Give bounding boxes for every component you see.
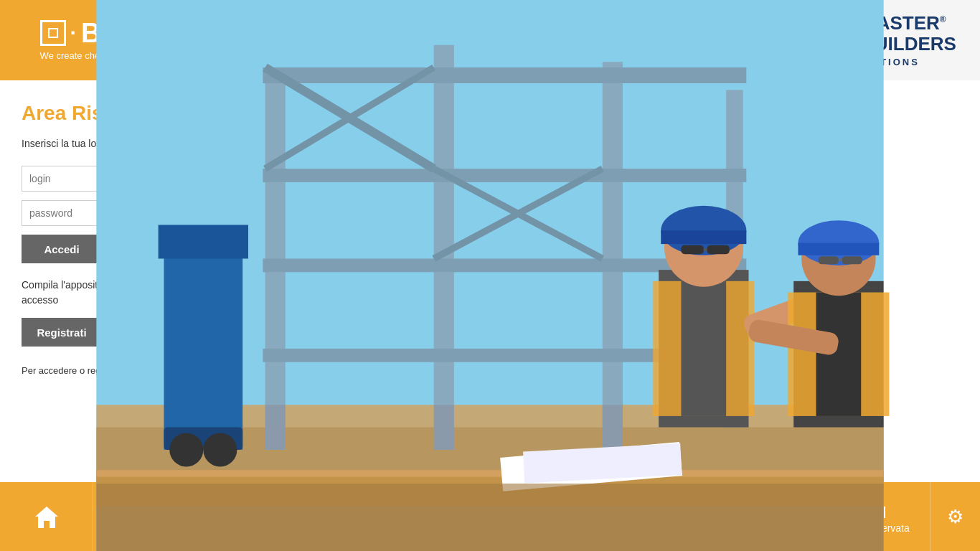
construction-scene <box>416 95 958 468</box>
svg-rect-30 <box>661 230 746 244</box>
svg-rect-27 <box>681 281 726 416</box>
construction-image-area <box>416 95 958 468</box>
svg-rect-41 <box>819 256 839 264</box>
svg-rect-31 <box>681 245 703 255</box>
svg-rect-40 <box>798 243 879 255</box>
svg-rect-37 <box>816 293 862 416</box>
svg-rect-32 <box>707 245 729 255</box>
main-content: Area Riservata Inserisci la tua login e … <box>0 80 980 482</box>
svg-rect-42 <box>842 256 862 264</box>
